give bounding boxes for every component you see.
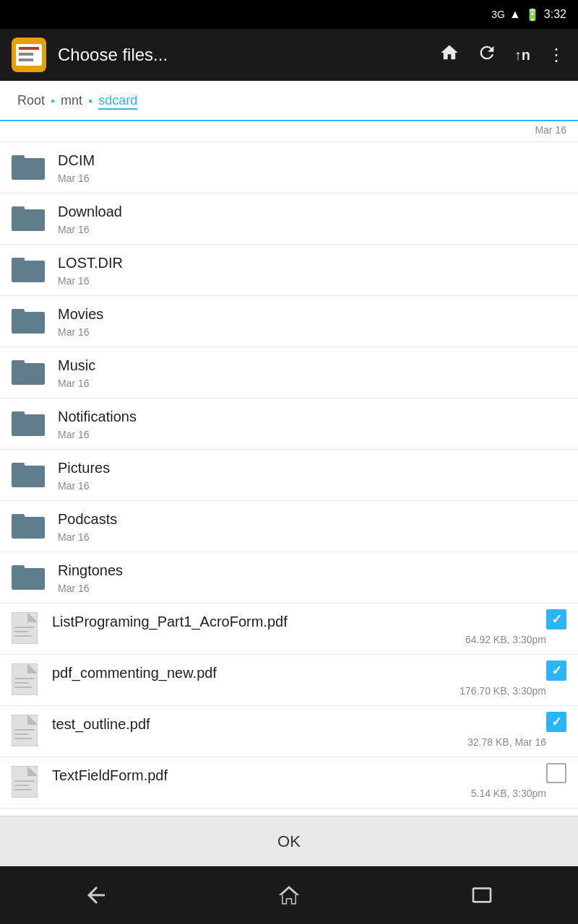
svg-rect-16 bbox=[12, 568, 45, 590]
svg-rect-8 bbox=[12, 363, 45, 385]
title-actions: ↑n ⋮ bbox=[439, 43, 566, 67]
breadcrumb-sdcard[interactable]: sdcard bbox=[98, 93, 137, 110]
folder-icon bbox=[12, 511, 46, 540]
svg-rect-4 bbox=[12, 261, 45, 282]
list-item[interactable]: Notifications Mar 16 bbox=[0, 398, 578, 450]
file-checkbox[interactable] bbox=[546, 712, 566, 732]
breadcrumb-root[interactable]: Root bbox=[17, 93, 45, 108]
svg-rect-31 bbox=[14, 780, 35, 782]
list-item[interactable]: Download Mar 16 bbox=[0, 193, 578, 245]
list-item[interactable]: DCIM Mar 16 bbox=[0, 142, 578, 193]
svg-rect-2 bbox=[12, 209, 45, 231]
folder-icon bbox=[12, 306, 46, 335]
svg-rect-7 bbox=[12, 309, 25, 315]
item-content: DCIM Mar 16 bbox=[58, 142, 566, 193]
status-bar: 3G ▲ 🔋 3:32 bbox=[0, 0, 578, 29]
item-date: Mar 16 bbox=[58, 480, 566, 492]
file-checkbox[interactable] bbox=[546, 661, 566, 681]
folder-icon bbox=[12, 409, 46, 437]
item-name: LOST.DIR bbox=[58, 253, 566, 272]
folder-icon bbox=[12, 255, 46, 284]
item-name: Download bbox=[58, 202, 566, 221]
page-title: Choose files... bbox=[58, 45, 428, 65]
item-content: Movies Mar 16 bbox=[58, 296, 566, 346]
folder-icon bbox=[12, 204, 46, 232]
list-item[interactable]: Movies Mar 16 bbox=[0, 296, 578, 347]
item-name: ListPrograming_Part1_AcroForm.pdf bbox=[52, 612, 546, 631]
file-icon bbox=[12, 612, 38, 644]
item-date: Mar 16 bbox=[58, 326, 566, 338]
svg-rect-3 bbox=[12, 206, 25, 212]
breadcrumb-dot-2: ● bbox=[88, 97, 92, 105]
folder-icon bbox=[12, 152, 46, 181]
ok-button[interactable]: OK bbox=[0, 816, 578, 867]
nav-bar bbox=[0, 866, 578, 924]
item-name: DCIM bbox=[58, 151, 566, 170]
file-checkbox[interactable] bbox=[546, 609, 566, 629]
item-content: Download Mar 16 bbox=[58, 193, 566, 244]
list-item[interactable]: LOST.DIR Mar 16 bbox=[0, 245, 578, 296]
status-icons: 3G ▲ 🔋 3:32 bbox=[491, 8, 566, 22]
item-name: pdf_commenting_new.pdf bbox=[52, 663, 546, 682]
ok-bar: OK bbox=[0, 816, 578, 866]
time-display: 3:32 bbox=[544, 8, 566, 21]
breadcrumb: Root ● mnt ● sdcard bbox=[0, 81, 578, 121]
svg-rect-32 bbox=[14, 785, 29, 786]
list-item[interactable]: Pictures Mar 16 bbox=[0, 450, 578, 501]
signal-text: 3G bbox=[491, 9, 505, 20]
svg-rect-28 bbox=[14, 733, 29, 735]
svg-rect-10 bbox=[12, 414, 45, 436]
sort-icon[interactable]: ↑n bbox=[514, 47, 530, 64]
svg-rect-21 bbox=[14, 635, 32, 637]
home-nav-button[interactable] bbox=[260, 866, 318, 924]
svg-rect-20 bbox=[14, 631, 29, 632]
svg-rect-27 bbox=[14, 729, 35, 731]
refresh-icon[interactable] bbox=[477, 43, 497, 67]
list-item[interactable]: Podcasts Mar 16 bbox=[0, 501, 578, 552]
list-item[interactable]: Ringtones Mar 16 bbox=[0, 552, 578, 603]
breadcrumb-mnt[interactable]: mnt bbox=[61, 93, 82, 108]
back-button[interactable] bbox=[67, 866, 125, 924]
app-icon bbox=[12, 38, 46, 72]
top-date: Mar 16 bbox=[0, 121, 578, 142]
item-content: Ringtones Mar 16 bbox=[58, 552, 566, 603]
svg-rect-1 bbox=[12, 155, 25, 161]
item-content: Pictures Mar 16 bbox=[58, 450, 566, 500]
svg-rect-24 bbox=[14, 682, 29, 684]
item-meta: 5.14 KB, 3:30pm bbox=[52, 788, 546, 799]
item-date: Mar 16 bbox=[58, 583, 566, 594]
item-meta: 32.78 KB, Mar 16 bbox=[52, 736, 546, 748]
item-date: Mar 16 bbox=[58, 275, 566, 287]
item-content: pdf_commenting_new.pdf 176.70 KB, 3:30pm bbox=[52, 655, 546, 705]
title-bar: Choose files... ↑n ⋮ bbox=[0, 29, 578, 81]
item-content: LOST.DIR Mar 16 bbox=[58, 245, 566, 295]
item-name: Ringtones bbox=[58, 561, 566, 580]
folder-icon bbox=[12, 357, 46, 386]
item-date: Mar 16 bbox=[58, 429, 566, 440]
folder-icon bbox=[12, 460, 46, 489]
recent-button[interactable] bbox=[453, 866, 511, 924]
more-icon[interactable]: ⋮ bbox=[548, 45, 566, 65]
home-icon[interactable] bbox=[439, 43, 460, 67]
list-item[interactable]: TextFieldForm.pdf 5.14 KB, 3:30pm bbox=[0, 757, 578, 808]
item-name: TextFieldForm.pdf bbox=[52, 766, 546, 785]
breadcrumb-dot-1: ● bbox=[51, 97, 55, 105]
svg-rect-23 bbox=[14, 678, 35, 679]
item-name: Movies bbox=[58, 305, 566, 323]
item-name: Podcasts bbox=[58, 510, 566, 528]
list-item[interactable]: test_outline.pdf 32.78 KB, Mar 16 bbox=[0, 706, 578, 757]
folder-icon bbox=[12, 562, 46, 591]
list-item[interactable]: ListPrograming_Part1_AcroForm.pdf 64.92 … bbox=[0, 603, 578, 655]
list-item[interactable]: Music Mar 16 bbox=[0, 347, 578, 398]
svg-rect-15 bbox=[12, 514, 25, 520]
svg-rect-29 bbox=[14, 738, 32, 739]
battery-icon: 🔋 bbox=[525, 8, 540, 22]
list-item[interactable]: pdf_commenting_new.pdf 176.70 KB, 3:30pm bbox=[0, 655, 578, 706]
item-date: Mar 16 bbox=[58, 173, 566, 184]
file-checkbox[interactable] bbox=[546, 763, 566, 783]
item-meta: 176.70 KB, 3:30pm bbox=[52, 685, 546, 697]
svg-rect-9 bbox=[12, 360, 25, 366]
item-name: Notifications bbox=[58, 407, 566, 426]
item-content: test_outline.pdf 32.78 KB, Mar 16 bbox=[52, 706, 546, 757]
file-icon bbox=[12, 715, 38, 746]
